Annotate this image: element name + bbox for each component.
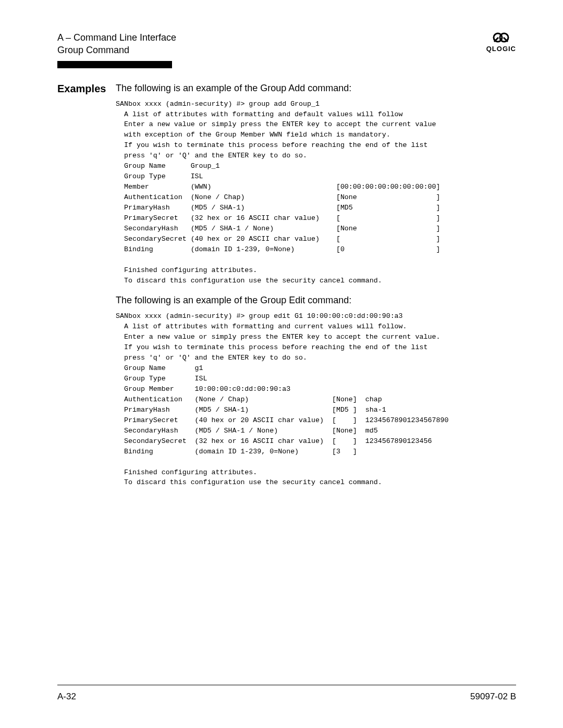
divider-bar [57, 61, 172, 68]
example-intro-1: The following is an example of the Group… [116, 83, 516, 94]
header-left: A – Command Line Interface Group Command [57, 31, 176, 57]
section-body: The following is an example of the Group… [116, 83, 516, 498]
document-id: 59097-02 B [470, 692, 516, 702]
page-header: A – Command Line Interface Group Command… [57, 31, 516, 57]
code-example-1: SANbox xxxx (admin-security) #> group ad… [116, 99, 516, 286]
code-example-2: SANbox xxxx (admin-security) #> group ed… [116, 311, 516, 488]
example-intro-2: The following is an example of the Group… [116, 295, 516, 306]
page-footer: A-32 59097-02 B [57, 685, 516, 702]
logo-symbol-icon [486, 31, 516, 44]
header-section-title: A – Command Line Interface [57, 31, 176, 44]
page-number: A-32 [57, 692, 76, 702]
section-label: Examples [57, 83, 116, 95]
content-area: Examples The following is an example of … [57, 83, 516, 498]
document-page: A – Command Line Interface Group Command… [0, 0, 563, 728]
brand-logo: QLOGIC [486, 31, 516, 53]
brand-name: QLOGIC [486, 45, 516, 53]
header-subtitle: Group Command [57, 44, 176, 56]
